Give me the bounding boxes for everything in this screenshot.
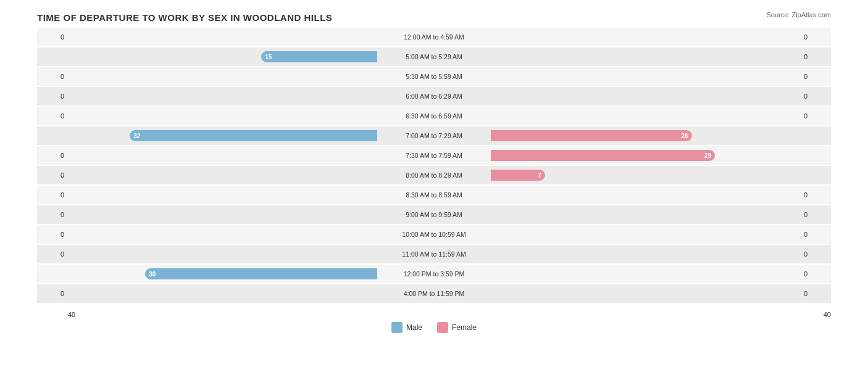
chart-row: 0 8:30 AM to 8:59 AM 0 <box>37 186 831 204</box>
left-bar-wrap: 30 <box>68 265 378 283</box>
left-bar-wrap <box>68 166 378 184</box>
axis-right-label: 40 <box>505 311 831 318</box>
left-bar-wrap <box>68 87 378 105</box>
right-bar-wrap <box>490 107 800 125</box>
time-label: 7:30 AM to 7:59 AM <box>378 152 490 159</box>
male-bar-val: 30 <box>149 271 156 278</box>
right-bar-wrap: 26 <box>490 126 800 145</box>
source-label: Source: ZipAtlas.com <box>766 11 831 19</box>
chart-row: 0 4:00 PM to 11:59 PM 0 <box>37 284 831 303</box>
left-bar-wrap <box>68 205 378 224</box>
bars-center: 4:00 PM to 11:59 PM <box>68 284 800 303</box>
left-bar-wrap <box>68 284 378 303</box>
male-bar: 32 <box>130 130 377 141</box>
bars-center: 7:30 AM to 7:59 AM 29 <box>68 146 800 165</box>
bars-center: 10:00 AM to 10:59 AM <box>68 225 800 244</box>
right-value: 0 <box>800 112 831 120</box>
right-bar-wrap <box>490 28 800 46</box>
left-value: 0 <box>37 250 68 258</box>
time-label: 12:00 PM to 3:59 PM <box>378 270 490 278</box>
chart-title: TIME OF DEPARTURE TO WORK BY SEX IN WOOD… <box>37 12 831 23</box>
chart-row: 0 7:30 AM to 7:59 AM 29 <box>37 146 831 165</box>
chart-row: 0 9:00 AM to 9:59 AM 0 <box>37 205 831 224</box>
male-bar: 30 <box>145 268 377 279</box>
time-label: 9:00 AM to 9:59 AM <box>378 211 490 218</box>
chart-row: 0 12:00 AM to 4:59 AM 0 <box>37 28 831 46</box>
bars-center: 32 7:00 AM to 7:29 AM 26 <box>68 126 800 145</box>
right-bar-wrap <box>490 87 800 105</box>
right-value: 0 <box>800 231 831 238</box>
female-bar-val: 26 <box>682 133 688 139</box>
time-label: 6:30 AM to 6:59 AM <box>378 112 490 120</box>
right-bar-wrap <box>490 186 800 204</box>
male-bar: 15 <box>261 51 377 62</box>
legend: Male Female <box>37 322 831 333</box>
right-value: 0 <box>800 53 831 60</box>
left-value: 0 <box>37 290 68 297</box>
left-value: 0 <box>37 171 68 179</box>
right-bar-wrap <box>490 284 800 303</box>
right-value: 0 <box>800 33 831 41</box>
bars-center: 11:00 AM to 11:59 AM <box>68 245 800 263</box>
left-bar-wrap <box>68 107 378 125</box>
time-label: 5:30 AM to 5:59 AM <box>378 73 490 80</box>
time-label: 4:00 PM to 11:59 PM <box>378 290 490 297</box>
bars-center: 8:30 AM to 8:59 AM <box>68 186 800 204</box>
legend-male: Male <box>391 322 422 333</box>
chart-row: 0 5:30 AM to 5:59 AM 0 <box>37 67 831 86</box>
left-value: 0 <box>37 93 68 100</box>
left-value: 0 <box>37 211 68 218</box>
chart-row: 0 8:00 AM to 8:29 AM 7 <box>37 166 831 184</box>
left-bar-wrap <box>68 146 378 165</box>
chart-row: 0 10:00 AM to 10:59 AM 0 <box>37 225 831 244</box>
right-bar-wrap <box>490 225 800 244</box>
time-label: 10:00 AM to 10:59 AM <box>378 231 490 238</box>
female-bar-val: 7 <box>538 172 541 179</box>
time-label: 8:30 AM to 8:59 AM <box>378 191 490 199</box>
left-value: 0 <box>37 231 68 238</box>
left-value: 0 <box>37 152 68 159</box>
bars-center: 6:00 AM to 6:29 AM <box>68 87 800 105</box>
left-value: 0 <box>37 112 68 120</box>
left-value: 0 <box>37 73 68 80</box>
time-label: 8:00 AM to 8:29 AM <box>378 171 490 179</box>
left-value: 0 <box>37 33 68 41</box>
right-value: 0 <box>800 290 831 297</box>
chart-row: 0 6:00 AM to 6:29 AM 0 <box>37 87 831 105</box>
bars-center: 12:00 AM to 4:59 AM <box>68 28 800 46</box>
right-value: 0 <box>800 250 831 258</box>
right-value: 0 <box>800 211 831 218</box>
right-bar-wrap <box>490 245 800 263</box>
right-value: 0 <box>800 73 831 80</box>
right-bar-wrap <box>490 265 800 283</box>
legend-male-label: Male <box>406 323 422 332</box>
chart-row: 15 5:00 AM to 5:29 AM 0 <box>37 47 831 66</box>
axis-left-label: 40 <box>68 311 394 318</box>
chart-row: 0 11:00 AM to 11:59 AM 0 <box>37 245 831 263</box>
time-label: 12:00 AM to 4:59 AM <box>378 33 490 41</box>
left-bar-wrap <box>68 67 378 86</box>
right-bar-wrap <box>490 205 800 224</box>
female-bar: 29 <box>491 150 715 161</box>
time-label: 5:00 AM to 5:29 AM <box>378 53 490 60</box>
right-bar-wrap: 7 <box>490 166 800 184</box>
legend-female: Female <box>437 322 477 333</box>
male-bar-val: 15 <box>265 54 272 60</box>
time-label: 7:00 AM to 7:29 AM <box>378 132 490 139</box>
bars-center: 9:00 AM to 9:59 AM <box>68 205 800 224</box>
female-bar: 7 <box>491 170 545 181</box>
chart-container: TIME OF DEPARTURE TO WORK BY SEX IN WOOD… <box>0 0 868 367</box>
left-bar-wrap: 32 <box>68 126 378 145</box>
legend-female-label: Female <box>452 323 477 332</box>
right-bar-wrap <box>490 67 800 86</box>
left-bar-wrap <box>68 28 378 46</box>
right-value: 0 <box>800 191 831 199</box>
bars-center: 8:00 AM to 8:29 AM 7 <box>68 166 800 184</box>
left-bar-wrap <box>68 245 378 263</box>
time-label: 6:00 AM to 6:29 AM <box>378 93 490 100</box>
right-bar-wrap: 29 <box>490 146 800 165</box>
right-value: 0 <box>800 270 831 278</box>
bars-center: 5:30 AM to 5:59 AM <box>68 67 800 86</box>
chart-row: 32 7:00 AM to 7:29 AM 26 <box>37 126 831 145</box>
left-bar-wrap <box>68 225 378 244</box>
